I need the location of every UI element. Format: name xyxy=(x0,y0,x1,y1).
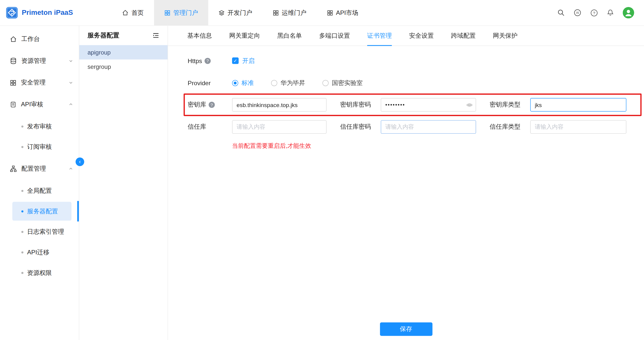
sidebar-sub-label: API迁移 xyxy=(27,248,49,256)
keystore-password-input[interactable] xyxy=(381,98,476,112)
sidebar-sub-label: 发布审核 xyxy=(27,122,52,130)
topnav-dev-portal[interactable]: 开发门户 xyxy=(208,0,262,25)
topnav-ops-portal[interactable]: 运维门户 xyxy=(262,0,317,25)
keystore-help-icon[interactable]: ? xyxy=(209,102,215,108)
https-help-icon[interactable]: ? xyxy=(205,58,211,64)
eye-icon[interactable] xyxy=(466,102,473,108)
topnav-admin-portal[interactable]: 管理门户 xyxy=(154,0,208,25)
truststore-label: 信任库 xyxy=(188,123,232,131)
restart-notice: 当前配置需要重启后,才能生效 xyxy=(232,142,644,150)
brand-name: Primeton iPaaS xyxy=(22,9,73,17)
tab-gateway-protection[interactable]: 网关保护 xyxy=(493,26,518,45)
document-icon xyxy=(10,101,16,108)
user-avatar[interactable] xyxy=(623,7,634,19)
keystore-input[interactable] xyxy=(232,98,326,112)
radio-icon xyxy=(232,80,238,86)
ai-assistant-icon[interactable]: AI xyxy=(573,9,582,17)
bullet-dot xyxy=(21,210,23,212)
sidebar-sub-resource-permission[interactable]: 资源权限 xyxy=(12,263,71,282)
sitemap-icon xyxy=(10,165,17,172)
sidebar-collapse-toggle[interactable]: ‹ xyxy=(75,158,84,166)
keystore-password-label: 密钥库密码 xyxy=(340,101,381,109)
topnav-home[interactable]: 首页 xyxy=(112,0,154,25)
panel-title: 服务器配置 xyxy=(88,31,119,40)
save-button[interactable]: 保存 xyxy=(380,322,432,336)
tab-label: 多端口设置 xyxy=(319,32,350,39)
layers-icon xyxy=(218,10,224,16)
https-label-text: Https xyxy=(188,57,202,64)
sidebar-item-label: 安全管理 xyxy=(21,79,46,86)
help-circle-icon[interactable]: ? xyxy=(590,9,598,17)
tab-label: 跨域配置 xyxy=(451,32,476,39)
tab-cert-management[interactable]: 证书管理 xyxy=(367,26,392,45)
sidebar-sub-label: 订阅审核 xyxy=(27,143,52,151)
tab-blacklist-whitelist[interactable]: 黑白名单 xyxy=(277,26,302,45)
tab-basic-info[interactable]: 基本信息 xyxy=(187,26,212,45)
sidebar-item-workbench[interactable]: 工作台 xyxy=(0,28,79,50)
truststore-input[interactable] xyxy=(232,120,326,133)
truststore-type-label: 信任库类型 xyxy=(489,123,530,131)
bullet-dot xyxy=(21,190,23,192)
server-group-item-sergroup[interactable]: sergroup xyxy=(79,60,168,74)
sidebar-sub-label: 服务器配置 xyxy=(27,207,58,215)
sidebar-sub-global-config[interactable]: 全局配置 xyxy=(12,181,71,200)
keystore-row-highlighted: 密钥库 ? 密钥库密码 密钥库类型 xyxy=(184,93,642,116)
provider-radio-gm-lab[interactable]: 国密实验室 xyxy=(322,79,363,87)
truststore-password-input[interactable] xyxy=(381,120,476,133)
chevron-up-icon xyxy=(69,102,73,107)
https-row: Https ? ✓ 开启 xyxy=(188,54,644,68)
radio-label: 标准 xyxy=(242,79,254,87)
tab-label: 网关保护 xyxy=(493,32,518,39)
sidebar-item-label: 资源管理 xyxy=(21,57,46,65)
radio-label: 华为毕昇 xyxy=(281,79,305,87)
tab-label: 网关重定向 xyxy=(229,32,260,39)
sidebar-sub-log-index-mgmt[interactable]: 日志索引管理 xyxy=(12,222,71,241)
sidebar-item-config-mgmt[interactable]: 配置管理 xyxy=(0,158,79,180)
svg-text:?: ? xyxy=(593,11,595,15)
keystore-type-input[interactable] xyxy=(530,98,626,112)
main-content: 基本信息 网关重定向 黑白名单 多端口设置 证书管理 安全设置 跨域配置 网关保… xyxy=(168,26,644,340)
sidebar-sub-subscribe-audit[interactable]: 订阅审核 xyxy=(12,137,71,156)
sidebar-item-resource-mgmt[interactable]: 资源管理 xyxy=(0,50,79,72)
search-icon[interactable] xyxy=(557,9,565,16)
https-checkbox[interactable]: ✓ xyxy=(232,57,239,64)
keystore-label: 密钥库 ? xyxy=(188,101,232,109)
topnav-api-market[interactable]: API市场 xyxy=(317,0,368,25)
bell-icon[interactable] xyxy=(607,9,614,16)
server-group-item-apigroup[interactable]: apigroup xyxy=(79,45,168,60)
workbench-icon xyxy=(10,36,17,43)
sidebar-sub-server-config[interactable]: 服务器配置 xyxy=(12,202,71,221)
tab-bar: 基本信息 网关重定向 黑白名单 多端口设置 证书管理 安全设置 跨域配置 网关保… xyxy=(168,26,644,46)
sidebar-sub-api-migration[interactable]: API迁移 xyxy=(12,243,71,262)
sidebar-item-api-audit[interactable]: API审核 xyxy=(0,93,79,115)
tab-cors-config[interactable]: 跨域配置 xyxy=(451,26,476,45)
sidebar-item-security-mgmt[interactable]: 安全管理 xyxy=(0,72,79,94)
truststore-type-input[interactable] xyxy=(530,120,626,133)
provider-radio-standard[interactable]: 标准 xyxy=(232,79,254,87)
radio-label: 国密实验室 xyxy=(332,79,363,87)
tab-security-settings[interactable]: 安全设置 xyxy=(409,26,434,45)
tab-label: 证书管理 xyxy=(367,32,392,39)
tab-gateway-redirect[interactable]: 网关重定向 xyxy=(229,26,260,45)
tab-label: 黑白名单 xyxy=(277,32,302,39)
page-body: 工作台 资源管理 xyxy=(0,26,644,340)
sidebar-item-label: API审核 xyxy=(21,101,43,108)
topnav-api-market-label: API市场 xyxy=(336,9,358,17)
sidebar-item-label: 工作台 xyxy=(21,35,40,43)
database-icon xyxy=(10,57,17,64)
topnav-dev-portal-label: 开发门户 xyxy=(228,9,252,17)
server-config-panel: 服务器配置 apigroup sergroup xyxy=(79,26,168,340)
provider-radio-huawei-bisheng[interactable]: 华为毕昇 xyxy=(271,79,305,87)
sidebar-sub-label: 日志索引管理 xyxy=(27,228,64,236)
topbar: Primeton iPaaS 首页 管理门户 xyxy=(0,0,644,26)
bullet-dot xyxy=(21,231,23,233)
tab-multiport-settings[interactable]: 多端口设置 xyxy=(319,26,350,45)
app-root: Primeton iPaaS 首页 管理门户 xyxy=(0,0,644,340)
sidebar-sub-publish-audit[interactable]: 发布审核 xyxy=(12,117,71,136)
truststore-label-text: 信任库 xyxy=(188,123,206,131)
menu-fold-icon[interactable] xyxy=(153,32,160,39)
radio-icon xyxy=(271,80,277,86)
provider-row: Provider 标准 华为毕昇 国密实验室 xyxy=(188,76,644,90)
provider-label-text: Provider xyxy=(188,79,211,86)
provider-label: Provider xyxy=(188,79,232,86)
